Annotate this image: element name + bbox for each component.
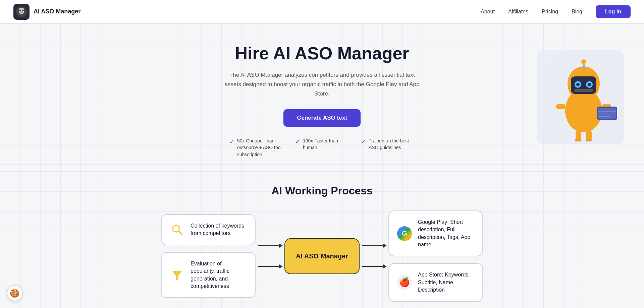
logo-image	[13, 4, 30, 20]
hero-content: Hire AI ASO Manager The AI ASO Manager a…	[221, 44, 423, 158]
navbar: AI ASO Manager About Affiliates Pricing …	[0, 0, 644, 23]
svg-line-31	[178, 231, 182, 234]
badge-trained: ✓ Trained on the best ASO guidelines	[361, 137, 415, 151]
svg-rect-28	[586, 139, 588, 141]
svg-rect-4	[20, 12, 23, 13]
svg-marker-32	[172, 271, 182, 280]
badge-cheaper: ✓ 50x Cheaper than outsource + ASO tool …	[229, 137, 283, 158]
filter-icon	[170, 268, 184, 283]
svg-point-12	[576, 83, 580, 86]
hero-subtitle: The AI ASO Manager analyzes competitors …	[221, 70, 423, 99]
working-process-title: AI Working Process	[13, 185, 631, 197]
generate-aso-button[interactable]: Generate ASO text	[283, 109, 361, 127]
svg-rect-24	[576, 130, 581, 141]
arrows-right	[362, 235, 386, 278]
svg-rect-14	[574, 89, 593, 92]
flow-center: AI ASO Manager	[284, 238, 360, 274]
svg-rect-20	[598, 108, 616, 119]
flow-card-keywords: Collection of keywords from competitors	[161, 214, 256, 245]
arrow-connector-bottom-right	[362, 266, 386, 267]
svg-point-16	[581, 59, 586, 64]
badge-faster: ✓ 100x Faster than human	[295, 137, 349, 151]
svg-rect-15	[583, 63, 585, 71]
nav-link-blog[interactable]: Blog	[572, 9, 582, 15]
arrow-connector-top-right	[362, 245, 386, 246]
check-icon-2: ✓	[295, 138, 300, 145]
nav-link-about[interactable]: About	[481, 9, 495, 15]
nav-link-pricing[interactable]: Pricing	[542, 9, 558, 15]
ai-aso-manager-box: AI ASO Manager	[284, 238, 360, 274]
login-button[interactable]: Log in	[596, 5, 631, 18]
hero-section: Hire AI ASO Manager The AI ASO Manager a…	[0, 23, 644, 171]
arrow-connector-bottom-left	[258, 266, 282, 267]
apple-icon: 🍎	[397, 275, 412, 290]
svg-rect-26	[575, 139, 578, 141]
svg-point-2	[19, 9, 21, 11]
svg-point-3	[22, 9, 24, 11]
svg-rect-5	[19, 8, 20, 9]
logo[interactable]: AI ASO Manager	[13, 4, 80, 20]
flow-container: Collection of keywords from competitors …	[161, 210, 483, 302]
search-icon	[170, 222, 184, 237]
svg-point-13	[588, 83, 591, 86]
google-icon: G	[397, 226, 412, 241]
hero-title: Hire AI ASO Manager	[221, 44, 423, 64]
flow-right: G Google Play: Short description, Full d…	[388, 210, 483, 302]
logo-text: AI ASO Manager	[34, 8, 80, 15]
check-icon-3: ✓	[361, 138, 366, 145]
svg-rect-25	[586, 130, 592, 141]
app-store-text: App Store: Keywords, Subtitle, Name, Des…	[418, 271, 474, 294]
working-process-section: AI Working Process Collection of keyword…	[0, 171, 644, 308]
flow-card-google-play: G Google Play: Short description, Full d…	[388, 210, 483, 257]
badge-trained-text: Trained on the best ASO guidelines	[369, 137, 415, 151]
nav-link-affiliates[interactable]: Affiliates	[508, 9, 528, 15]
nav-links: About Affiliates Pricing Blog Log in	[481, 5, 631, 18]
cookie-button[interactable]: 🍪	[7, 285, 23, 301]
badge-cheaper-text: 50x Cheaper than outsource + ASO tool su…	[237, 137, 283, 158]
svg-rect-17	[556, 104, 566, 109]
flow-card-evaluation: Evaluation of popularity, traffic genera…	[161, 252, 256, 298]
check-icon-1: ✓	[229, 138, 234, 145]
cookie-icon: 🍪	[10, 289, 20, 298]
badge-faster-text: 100x Faster than human	[303, 137, 349, 151]
robot-illustration	[537, 50, 624, 144]
svg-rect-27	[578, 139, 581, 141]
flow-card-app-store: 🍎 App Store: Keywords, Subtitle, Name, D…	[388, 263, 483, 302]
flow-left: Collection of keywords from competitors …	[161, 214, 256, 298]
svg-rect-6	[23, 8, 24, 9]
flow-diagram: Collection of keywords from competitors …	[13, 210, 631, 302]
keywords-card-text: Collection of keywords from competitors	[191, 222, 247, 237]
hero-badges: ✓ 50x Cheaper than outsource + ASO tool …	[221, 137, 423, 158]
arrow-connector-top-left	[258, 245, 282, 246]
robot-svg	[547, 57, 621, 144]
google-play-text: Google Play: Short description, Full des…	[418, 219, 474, 249]
svg-rect-29	[589, 139, 592, 141]
evaluation-card-text: Evaluation of popularity, traffic genera…	[191, 260, 247, 290]
arrows-left	[258, 235, 282, 278]
